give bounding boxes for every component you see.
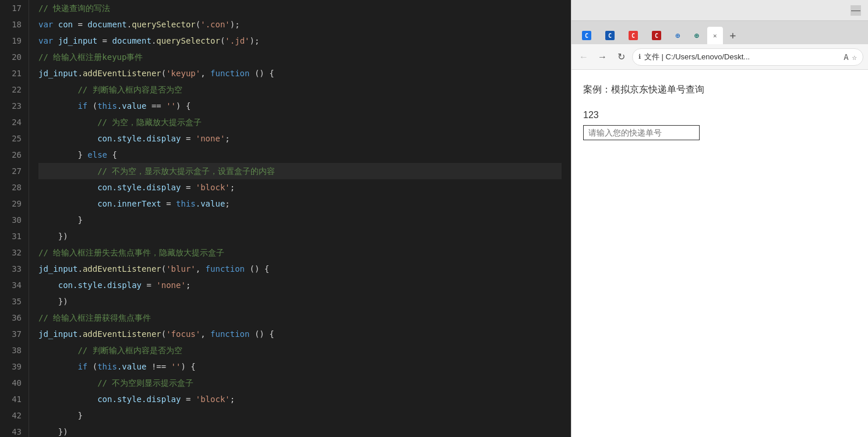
address-bar[interactable]: ℹ 文件 | C:/Users/Lenovo/Deskt... A ☆ (632, 48, 863, 66)
code-line-28: con.style.display = 'block'; (38, 179, 562, 196)
code-line-19: var jd_input = document.querySelector('.… (38, 33, 562, 49)
minimize-button[interactable]: — (851, 5, 861, 16)
code-line-35: }) (38, 293, 562, 310)
browser-panel: — C C C C ⊕ ⊕ ✕ + ← → ↻ ℹ 文件 | C:/U (571, 0, 868, 437)
forward-button[interactable]: → (595, 49, 610, 65)
code-line-32: // 给输入框注册失去焦点事件，隐藏放大提示盒子 (38, 244, 562, 261)
code-line-33: jd_input.addEventListener('blur', functi… (38, 261, 562, 277)
code-line-24: // 为空，隐藏放大提示盒子 (38, 114, 562, 130)
code-line-17: // 快递查询的写法 (38, 0, 562, 16)
tab-icon-4: C (652, 31, 661, 40)
code-line-26: } else { (38, 147, 562, 163)
bookmark-icon[interactable]: ☆ (852, 52, 857, 62)
code-line-25: con.style.display = 'none'; (38, 130, 562, 147)
tab-1[interactable]: C (576, 27, 597, 44)
translate-icon[interactable]: A (844, 52, 848, 62)
back-button[interactable]: ← (576, 49, 591, 65)
code-editor: 1718192021222324252627282930313233343536… (0, 0, 571, 437)
code-line-31: }) (38, 228, 562, 244)
lock-icon: ℹ (638, 53, 641, 61)
refresh-button[interactable]: ↻ (613, 49, 629, 65)
new-tab-button[interactable]: + (725, 27, 741, 44)
tracking-input-wrapper (583, 125, 700, 140)
code-line-34: con.style.display = 'none'; (38, 277, 562, 293)
tab-icon-1: C (582, 31, 591, 40)
code-line-20: // 给输入框注册keyup事件 (38, 49, 562, 65)
tracking-number-display: 123 (583, 110, 856, 120)
code-line-39: if (this.value !== '') { (38, 358, 562, 375)
browser-titlebar: — (571, 0, 868, 21)
browser-content: 案例：模拟京东快递单号查询 123 (571, 70, 868, 437)
page-title: 案例：模拟京东快递单号查询 (583, 84, 856, 96)
address-bar-container: ← → ↻ ℹ 文件 | C:/Users/Lenovo/Deskt... A … (571, 44, 868, 70)
tab-icon-5: ⊕ (675, 31, 680, 40)
code-line-43: }) (38, 424, 562, 437)
browser-tabs: C C C C ⊕ ⊕ ✕ + (571, 21, 868, 44)
code-line-23: if (this.value == '') { (38, 98, 562, 114)
tab-3[interactable]: C (623, 27, 644, 44)
code-lines: // 快递查询的写法var con = document.querySelect… (29, 0, 571, 437)
url-text: 文件 | C:/Users/Lenovo/Deskt... (644, 52, 840, 62)
tab-icon-6: ⊕ (694, 31, 698, 40)
tab-5[interactable]: ⊕ (669, 27, 686, 44)
code-line-29: con.innerText = this.value; (38, 196, 562, 212)
tab-icon-3: C (629, 31, 638, 40)
code-line-21: jd_input.addEventListener('keyup', funct… (38, 65, 562, 81)
tab-active[interactable]: ✕ (707, 27, 723, 44)
tracking-input[interactable] (583, 125, 700, 140)
tab-4[interactable]: C (646, 27, 667, 44)
code-line-18: var con = document.querySelector('.con')… (38, 16, 562, 33)
code-line-36: // 给输入框注册获得焦点事件 (38, 310, 562, 326)
line-numbers: 1718192021222324252627282930313233343536… (0, 0, 29, 437)
code-line-41: con.style.display = 'block'; (38, 391, 562, 407)
tab-6[interactable]: ⊕ (688, 27, 704, 44)
code-line-40: // 不为空则显示提示盒子 (38, 375, 562, 391)
code-line-22: // 判断输入框内容是否为空 (38, 81, 562, 98)
tab-icon-2: C (605, 31, 615, 40)
code-line-38: // 判断输入框内容是否为空 (38, 342, 562, 358)
tab-close-icon[interactable]: ✕ (713, 32, 717, 40)
code-line-30: } (38, 212, 562, 228)
code-line-27: // 不为空，显示放大提示盒子，设置盒子的内容 (38, 163, 562, 179)
tab-2[interactable]: C (599, 27, 620, 44)
code-line-37: jd_input.addEventListener('focus', funct… (38, 326, 562, 342)
code-line-42: } (38, 407, 562, 424)
